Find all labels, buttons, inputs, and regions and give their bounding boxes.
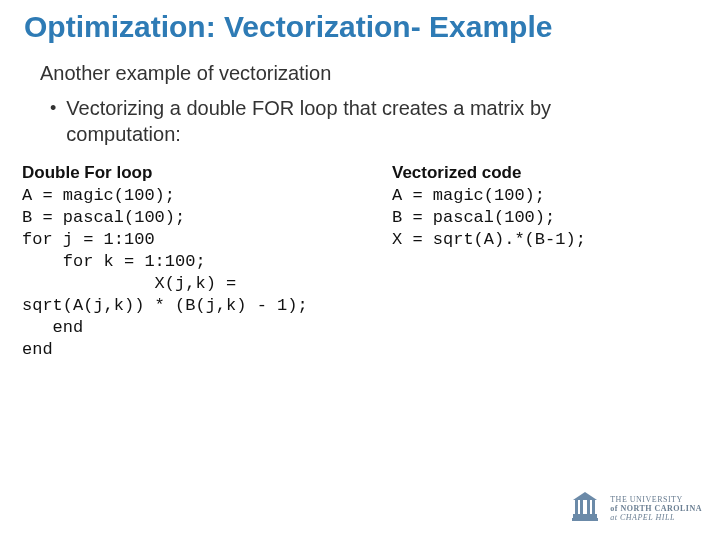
logo-line-1: THE UNIVERSITY	[610, 495, 702, 504]
left-code: A = magic(100); B = pascal(100); for j =…	[22, 185, 392, 361]
bullet-text: Vectorizing a double FOR loop that creat…	[66, 95, 666, 147]
svg-rect-2	[580, 500, 583, 514]
logo-line-3: at CHAPEL HILL	[610, 513, 702, 522]
svg-rect-1	[575, 500, 578, 514]
svg-rect-4	[592, 500, 595, 514]
svg-rect-0	[573, 514, 597, 518]
slide-title: Optimization: Vectorization- Example	[0, 0, 720, 44]
left-column: Double For loop A = magic(100); B = pasc…	[22, 163, 392, 361]
right-heading: Vectorized code	[392, 163, 712, 183]
slide-subtitle: Another example of vectorization	[0, 44, 720, 85]
svg-marker-5	[573, 492, 597, 500]
left-heading: Double For loop	[22, 163, 392, 183]
code-columns: Double For loop A = magic(100); B = pasc…	[0, 147, 720, 361]
bullet-dot-icon: •	[50, 95, 56, 121]
svg-rect-6	[572, 518, 598, 521]
svg-rect-3	[587, 500, 590, 514]
unc-logo-text: THE UNIVERSITY of NORTH CAROLINA at CHAP…	[610, 495, 702, 522]
unc-crest-icon	[570, 490, 600, 526]
right-column: Vectorized code A = magic(100); B = pasc…	[392, 163, 712, 361]
right-code: A = magic(100); B = pascal(100); X = sqr…	[392, 185, 712, 251]
unc-logo: THE UNIVERSITY of NORTH CAROLINA at CHAP…	[570, 490, 702, 526]
logo-line-2: of NORTH CAROLINA	[610, 504, 702, 513]
bullet-item: • Vectorizing a double FOR loop that cre…	[0, 85, 720, 147]
